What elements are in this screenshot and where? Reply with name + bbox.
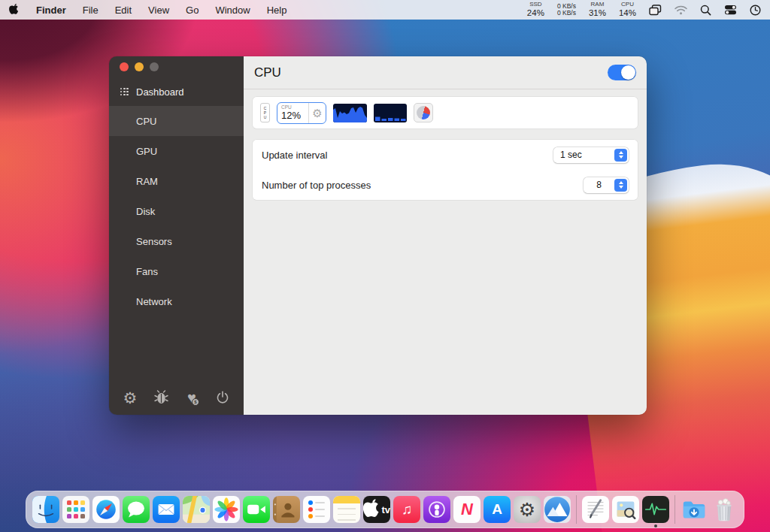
status-net-down: 0 KB/s (557, 10, 576, 17)
dock-mail-icon[interactable] (153, 496, 180, 523)
settings-card: Update interval 1 sec Number of top proc… (253, 140, 638, 200)
windows-stack-icon[interactable] (649, 5, 662, 16)
top-processes-select[interactable]: 8 (584, 177, 629, 193)
sidebar-item-cpu[interactable]: CPU (109, 106, 244, 136)
settings-gear-icon[interactable]: ⚙ (120, 388, 140, 407)
sidebar-item-network[interactable]: Network (109, 286, 244, 316)
dock-safari-icon[interactable] (92, 496, 120, 523)
stepper-icon (614, 179, 627, 192)
update-interval-value: 1 sec (553, 150, 614, 160)
minimize-button[interactable] (135, 62, 144, 71)
status-ram[interactable]: RAM 31% (589, 2, 606, 17)
dock-appstore-icon[interactable]: A (484, 496, 511, 523)
status-ssd[interactable]: SSD 24% (527, 2, 544, 17)
widget-settings-gear-icon[interactable]: ⚙ (309, 107, 326, 119)
bar-chart-widget[interactable] (374, 104, 407, 122)
dashboard-grid-icon (120, 88, 129, 96)
dock-stats-app-icon[interactable] (544, 496, 571, 523)
stepper-icon (614, 149, 627, 162)
power-quit-icon[interactable] (213, 388, 232, 407)
menu-view[interactable]: View (148, 5, 169, 16)
spotlight-search-icon[interactable] (700, 5, 711, 16)
sidebar-item-label: GPU (136, 146, 157, 157)
appstore-a-glyph: A (484, 496, 511, 523)
music-note-glyph: ♫ (393, 496, 420, 523)
widget-readout: CPU 12% (277, 105, 308, 121)
menu-window[interactable]: Window (215, 5, 250, 16)
news-n-glyph: N (453, 496, 480, 523)
donate-heart-icon[interactable]: ♥ $ (182, 388, 202, 407)
dock-notes-icon[interactable] (333, 496, 360, 523)
sidebar-item-label: CPU (136, 116, 156, 127)
dock-podcasts-icon[interactable] (423, 496, 450, 523)
sidebar-item-fans[interactable]: Fans (109, 256, 244, 286)
sidebar-item-label: Network (136, 296, 172, 307)
dock-maps-icon[interactable] (183, 496, 210, 523)
sidebar-item-ram[interactable]: RAM (109, 166, 244, 196)
apple-logo-icon[interactable] (9, 4, 20, 16)
dock-trash-icon[interactable] (711, 496, 738, 523)
top-processes-label: Number of top processes (262, 180, 584, 191)
clock-icon[interactable] (750, 5, 761, 16)
dock-preview-icon[interactable] (612, 496, 639, 523)
dock-launchpad-icon[interactable] (62, 496, 89, 523)
dock-tv-icon[interactable]: tv (363, 496, 390, 523)
sidebar-nav: Dashboard CPU GPU RAM Disk Sensors Fans … (109, 56, 244, 316)
sidebar-item-dashboard[interactable]: Dashboard (109, 81, 244, 102)
menu-go[interactable]: Go (186, 5, 199, 16)
dock-system-preferences-icon[interactable]: ⚙ (514, 496, 541, 523)
running-indicator (654, 524, 657, 527)
status-cpu-label: CPU (621, 2, 634, 8)
pie-chart-widget[interactable] (414, 103, 433, 122)
dock-photos-icon[interactable] (213, 496, 240, 523)
zoom-button-disabled[interactable] (150, 62, 159, 71)
settings-content: CPU CPU CPU 12% ⚙ (244, 56, 647, 415)
sidebar-footer: ⚙ ♥ $ (109, 388, 244, 407)
status-network-speed[interactable]: 0 KB/s 0 KB/s (557, 3, 576, 17)
content-header: CPU (244, 56, 647, 89)
sidebar-item-disk[interactable]: Disk (109, 196, 244, 226)
mini-text-widget[interactable]: CPU (260, 103, 270, 122)
dock-messages-icon[interactable] (123, 496, 150, 523)
dock-music-icon[interactable]: ♫ (393, 496, 420, 523)
label-value-widget-selected[interactable]: CPU 12% ⚙ (277, 102, 326, 124)
sidebar-item-gpu[interactable]: GPU (109, 136, 244, 166)
dollar-badge: $ (192, 398, 199, 406)
dock-separator (576, 495, 577, 524)
traffic-lights (120, 62, 159, 71)
line-chart-widget[interactable] (333, 104, 367, 122)
dock: tv ♫ N A ⚙ (26, 491, 744, 528)
menu-app-name[interactable]: Finder (36, 5, 66, 16)
sidebar-item-label: Disk (136, 206, 155, 217)
dock-reminders-icon[interactable] (303, 496, 330, 523)
dock-contacts-icon[interactable] (273, 496, 300, 523)
dock-downloads-folder-icon[interactable] (681, 496, 708, 523)
mini-widget-label: CPU (263, 106, 267, 120)
page-title: CPU (254, 65, 608, 80)
sidebar-item-sensors[interactable]: Sensors (109, 226, 244, 256)
bug-report-icon[interactable] (151, 388, 171, 407)
control-center-icon[interactable] (724, 5, 737, 15)
dock-news-icon[interactable]: N (453, 496, 480, 523)
sidebar-item-label: Dashboard (136, 86, 184, 98)
menu-edit[interactable]: Edit (115, 5, 132, 16)
dock-finder-icon[interactable] (32, 496, 59, 523)
wifi-icon[interactable] (675, 5, 687, 15)
update-interval-label: Update interval (262, 150, 553, 161)
dock-facetime-icon[interactable] (243, 496, 270, 523)
dock-textedit-icon[interactable] (582, 496, 609, 523)
menu-help[interactable]: Help (267, 5, 287, 16)
menu-file[interactable]: File (83, 5, 99, 16)
close-button[interactable] (120, 62, 129, 71)
status-cpu[interactable]: CPU 14% (619, 2, 636, 17)
sidebar-item-label: RAM (136, 176, 158, 187)
stats-settings-window: Dashboard CPU GPU RAM Disk Sensors Fans … (109, 56, 647, 415)
status-ram-value: 31% (589, 8, 606, 18)
update-interval-select[interactable]: 1 sec (553, 147, 629, 163)
module-enable-toggle[interactable] (608, 65, 636, 80)
dock-separator (675, 495, 675, 524)
widget-picker: CPU CPU 12% ⚙ (253, 97, 638, 128)
dock-activity-monitor-icon[interactable] (642, 496, 669, 523)
menu-bar-status-area: SSD 24% 0 KB/s 0 KB/s RAM 31% CPU 14% (527, 2, 761, 17)
setting-row-top-processes: Number of top processes 8 (262, 170, 629, 200)
